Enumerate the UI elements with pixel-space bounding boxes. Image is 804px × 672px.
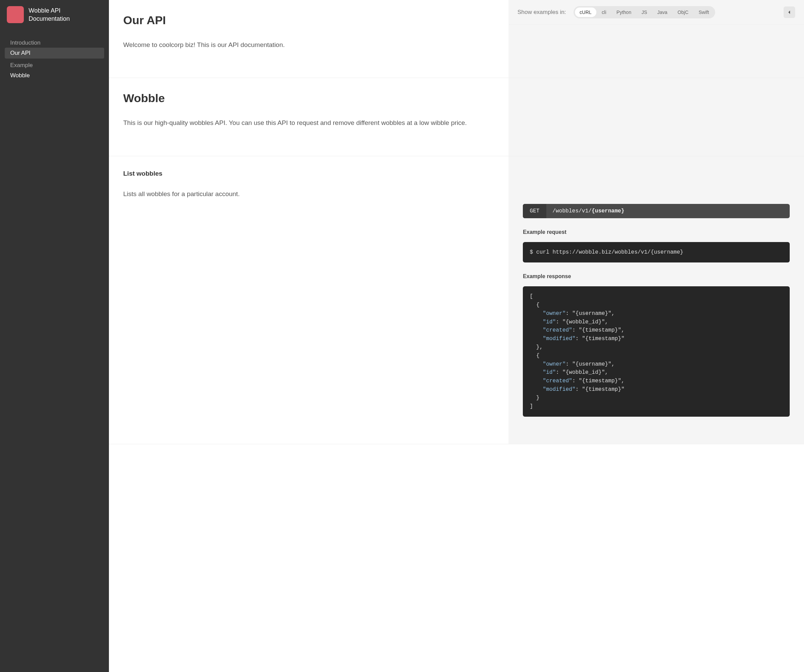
nav-item[interactable]: Wobble (5, 70, 104, 81)
language-bar: Show examples in: cURLcliPythonJSJavaObj… (508, 0, 804, 25)
api-path-param: {username} (592, 208, 624, 214)
section-body: Lists all wobbles for a particular accou… (123, 188, 494, 199)
nav-item[interactable]: Our API (5, 47, 104, 59)
language-pill[interactable]: JS (637, 8, 652, 17)
example-request-code[interactable]: $ curl https://wobble.biz/wobbles/v1/{us… (523, 242, 790, 263)
chevron-left-icon (788, 11, 791, 14)
nav-section-label: Example (0, 59, 109, 70)
sidebar-nav: IntroductionOur APIExampleWobble (0, 29, 109, 81)
logo-icon (7, 6, 24, 23)
section-heading: Wobble (123, 92, 494, 105)
example-request-heading: Example request (523, 229, 790, 235)
api-method: GET (523, 204, 546, 218)
sidebar-title: Wobble API Documentation (29, 7, 102, 23)
language-pill[interactable]: cli (597, 8, 611, 17)
language-pill[interactable]: Python (612, 8, 636, 17)
sidebar-header: Wobble API Documentation (0, 0, 109, 29)
sidebar: Wobble API Documentation IntroductionOur… (0, 0, 109, 672)
section-examples: GET /wobbles/v1/{username} Example reque… (508, 156, 804, 444)
language-pill[interactable]: Java (652, 8, 672, 17)
section-list-wobbles: List wobbles Lists all wobbles for a par… (109, 156, 804, 445)
section-body: Welcome to coolcorp biz! This is our API… (123, 39, 494, 51)
api-path: /wobbles/v1/{username} (546, 204, 631, 218)
language-pill[interactable]: cURL (575, 8, 596, 17)
example-response-heading: Example response (523, 273, 790, 280)
api-endpoint: GET /wobbles/v1/{username} (523, 204, 790, 218)
section-content: Wobble This is our high-quality wobbles … (109, 78, 508, 155)
api-path-prefix: /wobbles/v1/ (552, 208, 592, 214)
language-pills: cURLcliPythonJSJavaObjCSwift (574, 6, 715, 18)
language-bar-label: Show examples in: (517, 9, 566, 16)
section-heading: List wobbles (123, 170, 494, 177)
section-examples (508, 78, 804, 155)
nav-section-label: Introduction (0, 29, 109, 47)
example-response-code[interactable]: [ { "owner": "{username}", "id": "{wobbl… (523, 286, 790, 417)
section-content: Our API Welcome to coolcorp biz! This is… (109, 0, 508, 78)
section-content: List wobbles Lists all wobbles for a par… (109, 156, 508, 444)
language-pill[interactable]: Swift (694, 8, 714, 17)
section-body: This is our high-quality wobbles API. Yo… (123, 117, 494, 128)
main: Show examples in: cURLcliPythonJSJavaObj… (109, 0, 804, 672)
collapse-button[interactable] (784, 7, 795, 18)
language-pill[interactable]: ObjC (673, 8, 693, 17)
section-wobble: Wobble This is our high-quality wobbles … (109, 78, 804, 156)
section-heading: Our API (123, 14, 494, 27)
